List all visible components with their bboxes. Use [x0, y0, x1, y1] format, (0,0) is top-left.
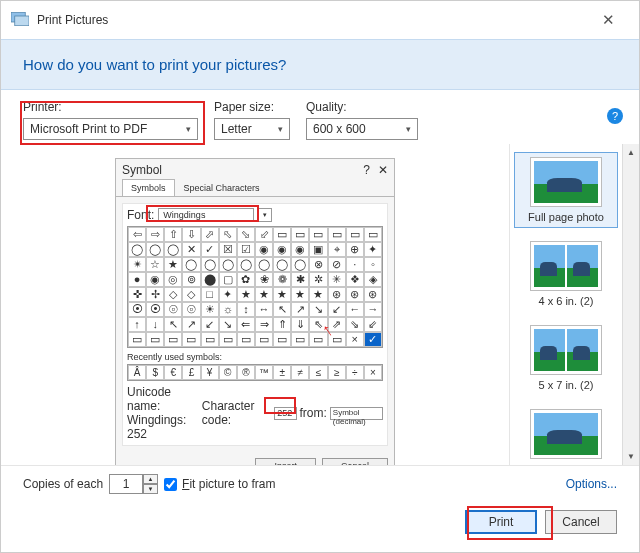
symbol-cell: ↗ — [182, 317, 200, 332]
symbol-cancel-button: Cancel — [322, 458, 388, 466]
chevron-down-icon: ▾ — [258, 208, 272, 222]
chevron-down-icon: ▾ — [186, 124, 191, 134]
symbol-cell: ⦾ — [164, 302, 182, 317]
symbol-cell: ← — [346, 302, 364, 317]
symbol-cell: ◉ — [273, 242, 291, 257]
symbol-cell: ★ — [291, 287, 309, 302]
symbol-cell: ★ — [164, 257, 182, 272]
symbol-cell: ⬀ — [201, 227, 219, 242]
unicode-label: Unicode name: — [127, 385, 198, 413]
symbol-cell: ⊛ — [346, 287, 364, 302]
layout-preset[interactable]: Full page photo — [514, 152, 618, 228]
symbol-cell: ▭ — [309, 227, 327, 242]
symbol-cell: ▭ — [291, 227, 309, 242]
symbol-cell: ▭ — [273, 227, 291, 242]
scrollbar[interactable]: ▲ ▼ — [622, 144, 639, 465]
symbol-cell: ⇐ — [237, 317, 255, 332]
layout-preset[interactable] — [514, 404, 618, 465]
symbol-cell: ✜ — [128, 287, 146, 302]
recent-cell: £ — [182, 365, 200, 380]
step-up-icon[interactable]: ▲ — [143, 474, 158, 484]
symbol-cell: ★ — [273, 287, 291, 302]
symbol-cell: ◯ — [237, 257, 255, 272]
symbol-cell: ☆ — [146, 257, 164, 272]
symbol-cell: ↖ — [164, 317, 182, 332]
symbol-cell: × — [346, 332, 364, 347]
symbol-cell: ✿ — [237, 272, 255, 287]
symbol-cell: ✲ — [309, 272, 327, 287]
layout-preset[interactable]: 4 x 6 in. (2) — [514, 236, 618, 312]
symbol-cell: ↑ — [128, 317, 146, 332]
symbol-cell: · — [346, 257, 364, 272]
printer-select[interactable]: Microsoft Print to PDF ▾ — [23, 118, 198, 140]
close-button[interactable]: ✕ — [587, 11, 629, 29]
symbol-cell: ☒ — [219, 242, 237, 257]
symbol-cell: ⇨ — [146, 227, 164, 242]
symbol-cell: ✦ — [219, 287, 237, 302]
cancel-button[interactable]: Cancel — [545, 510, 617, 534]
from-label: from: — [300, 406, 327, 420]
symbol-cell: ⬤ — [201, 272, 219, 287]
symbol-cell: ▭ — [291, 332, 309, 347]
fit-checkbox[interactable]: FFit picture to framit picture to fram — [164, 477, 275, 491]
symbol-cell: ✓ — [201, 242, 219, 257]
symbol-cell: ↘ — [219, 317, 237, 332]
symbol-cell: ◇ — [164, 287, 182, 302]
symbol-cell: ◯ — [273, 257, 291, 272]
symbol-cell: ▭ — [164, 332, 182, 347]
symbol-cell: → — [364, 302, 382, 317]
print-controls: Printer: Microsoft Print to PDF ▾ Paper … — [1, 90, 639, 144]
layout-label: 4 x 6 in. (2) — [538, 295, 593, 307]
symbol-cell: ● — [128, 272, 146, 287]
symbol-grid: ⇦⇨⇧⇩⬀⬁⬂⬃▭▭▭▭▭▭◯◯◯✕✓☒☑◉◉◉▣⌖⊕✦✴☆★◯◯◯◯◯◯◯⊗⊘… — [127, 226, 383, 348]
svg-rect-1 — [15, 16, 29, 26]
paper-label: Paper size: — [214, 100, 290, 114]
symbol-title: Symbol — [122, 163, 162, 177]
symbol-cell: ✳ — [328, 272, 346, 287]
layout-label: 5 x 7 in. (2) — [538, 379, 593, 391]
symbol-cell: ◉ — [291, 242, 309, 257]
symbol-cell: ↔ — [255, 302, 273, 317]
symbol-cell: ◯ — [291, 257, 309, 272]
symbol-cell: ★ — [237, 287, 255, 302]
scroll-down-icon[interactable]: ▼ — [623, 448, 639, 465]
symbol-cell: ▭ — [146, 332, 164, 347]
symbol-cell: ◇ — [182, 287, 200, 302]
symbol-dialog-preview: Symbol ?✕ Symbols Special Characters Fon… — [115, 158, 395, 466]
symbol-cell: ◯ — [201, 257, 219, 272]
help-button[interactable]: ? — [607, 108, 623, 124]
recent-cell: ≠ — [291, 365, 309, 380]
symbol-cell: ☀ — [201, 302, 219, 317]
scroll-up-icon[interactable]: ▲ — [623, 144, 639, 161]
symbol-cell: ⊕ — [346, 242, 364, 257]
printer-label: Printer: — [23, 100, 198, 114]
quality-value: 600 x 600 — [313, 122, 366, 136]
symbol-cell: ⦿ — [146, 302, 164, 317]
options-link[interactable]: Options... — [566, 477, 617, 491]
symbol-cell: ↕ — [237, 302, 255, 317]
symbol-cell: ✦ — [364, 242, 382, 257]
paper-select[interactable]: Letter ▾ — [214, 118, 290, 140]
fit-checkbox-input[interactable] — [164, 478, 177, 491]
highlight-font — [146, 205, 259, 222]
step-down-icon[interactable]: ▼ — [143, 484, 158, 494]
copies-input[interactable] — [109, 474, 143, 494]
symbol-cell: ☑ — [237, 242, 255, 257]
layout-label: Full page photo — [528, 211, 604, 223]
copies-stepper[interactable]: ▲▼ — [109, 474, 158, 494]
quality-select[interactable]: 600 x 600 ▾ — [306, 118, 418, 140]
from-field: Symbol (decimal) — [330, 407, 383, 420]
symbol-cell: ✴ — [128, 257, 146, 272]
layout-preset[interactable]: 5 x 7 in. (2) — [514, 320, 618, 396]
symbol-cell: □ — [201, 287, 219, 302]
symbol-cell: ↖ — [273, 302, 291, 317]
recent-cell: ± — [273, 365, 291, 380]
recent-cell: ÷ — [346, 365, 364, 380]
symbol-cell: ◯ — [219, 257, 237, 272]
symbol-cell: ⦿ — [128, 302, 146, 317]
symbol-cell: ⇒ — [255, 317, 273, 332]
symbol-cell: ❀ — [255, 272, 273, 287]
print-button[interactable]: Print — [465, 510, 537, 534]
symbol-cell: ↙ — [201, 317, 219, 332]
tab-special: Special Characters — [175, 179, 269, 196]
